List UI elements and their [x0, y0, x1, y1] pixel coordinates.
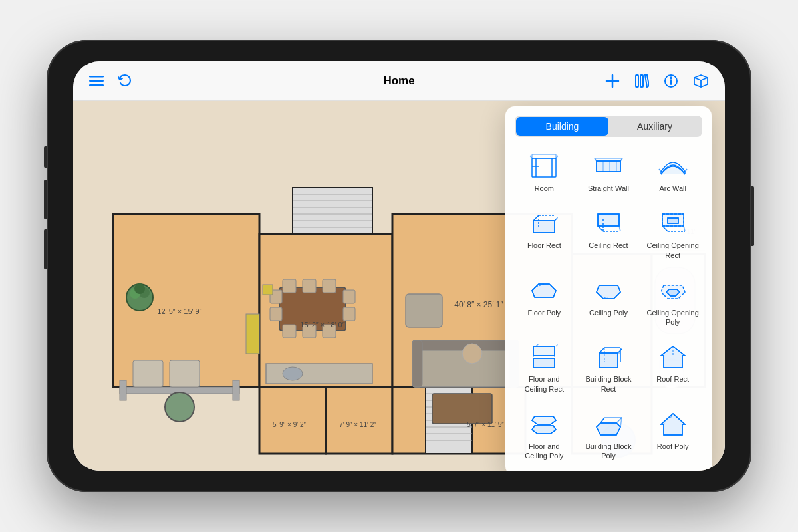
svg-rect-56	[343, 290, 355, 303]
floor-rect-label: Floor Rect	[527, 241, 561, 250]
svg-point-59	[283, 367, 303, 380]
svg-rect-137	[599, 353, 618, 368]
info-icon[interactable]	[664, 74, 678, 88]
grid-item-ceiling-opening-poly[interactable]: Ceiling Opening Poly	[643, 271, 702, 332]
svg-rect-58	[266, 364, 372, 384]
grid-item-floor-poly[interactable]: Floor Poly	[515, 271, 574, 332]
svg-line-97	[659, 169, 661, 172]
grid-item-floor-rect[interactable]: Floor Rect	[515, 203, 574, 265]
tab-building[interactable]: Building	[516, 117, 608, 136]
ceiling-opening-poly-label: Ceiling Opening Poly	[646, 308, 700, 327]
volume-down-button[interactable]	[44, 229, 47, 269]
svg-line-139	[599, 348, 604, 353]
roof-rect-icon	[658, 342, 688, 372]
room-icon	[529, 152, 559, 181]
floor-ceiling-poly-icon	[529, 410, 559, 439]
undo-icon[interactable]	[117, 74, 132, 88]
room-label: Room	[535, 184, 554, 193]
svg-text:5′ 7″ × 11′ 5″: 5′ 7″ × 11′ 5″	[467, 421, 504, 428]
ceiling-poly-label: Ceiling Poly	[589, 308, 628, 317]
svg-point-45	[134, 283, 145, 294]
svg-text:7′ 9″ × 11′ 2″: 7′ 9″ × 11′ 2″	[339, 421, 376, 428]
grid-item-ceiling-opening-rect[interactable]: Ceiling Opening Rect	[643, 203, 702, 265]
svg-rect-46	[246, 314, 259, 354]
svg-rect-38	[233, 380, 239, 400]
tab-auxiliary[interactable]: Auxiliary	[608, 117, 701, 136]
svg-point-66	[462, 344, 482, 364]
top-bar-right	[605, 74, 709, 88]
svg-rect-116	[668, 218, 678, 223]
building-block-poly-label: Building Block Poly	[582, 442, 636, 461]
grid-item-roof-poly[interactable]: Roof Poly	[643, 404, 702, 466]
power-button[interactable]	[751, 186, 754, 246]
ceiling-opening-rect-label: Ceiling Opening Rect	[646, 241, 700, 260]
volume-up-button[interactable]	[44, 180, 47, 219]
svg-line-154	[600, 418, 604, 423]
grid-item-ceiling-poly[interactable]: Ceiling Poly	[579, 271, 638, 332]
svg-text:40′ 8″ × 25′ 1″: 40′ 8″ × 25′ 1″	[454, 300, 503, 309]
svg-point-9	[670, 77, 672, 78]
ceiling-poly-icon	[594, 276, 623, 305]
svg-rect-129	[533, 346, 555, 356]
add-icon[interactable]	[605, 74, 620, 88]
top-bar-left	[89, 74, 132, 88]
grid-item-straight-wall[interactable]: Straight Wall	[579, 146, 638, 198]
arc-wall-icon	[658, 152, 688, 181]
svg-marker-122	[597, 285, 620, 299]
svg-rect-1	[89, 80, 104, 82]
svg-rect-50	[323, 279, 336, 293]
ceiling-rect-icon	[594, 209, 623, 238]
library-icon[interactable]	[634, 74, 649, 88]
ceiling-opening-poly-icon	[658, 276, 688, 305]
ceiling-opening-rect-icon	[658, 209, 688, 238]
grid-item-floor-ceiling-poly[interactable]: Floor and Ceiling Poly	[515, 404, 574, 466]
menu-icon[interactable]	[89, 76, 104, 86]
floor-rect-icon	[529, 209, 559, 238]
svg-rect-105	[598, 214, 619, 226]
arc-wall-label: Arc Wall	[659, 184, 686, 193]
view3d-icon[interactable]	[693, 74, 709, 88]
phone-frame: Home	[47, 40, 751, 492]
grid-item-room[interactable]: Room	[515, 146, 574, 198]
svg-line-136	[556, 344, 559, 346]
svg-rect-16	[259, 387, 326, 454]
grid-items: Room	[515, 146, 702, 466]
floor-ceiling-poly-label: Floor and Ceiling Poly	[517, 442, 571, 461]
svg-point-41	[165, 392, 194, 422]
floor-poly-icon	[529, 276, 559, 305]
svg-marker-118	[532, 284, 556, 297]
floor-plan[interactable]: 12′ 5″ × 15′ 9″ 15′ 2″ × 18′ 0″ 40′ 8″ ×…	[73, 101, 725, 471]
svg-rect-67	[406, 294, 442, 327]
grid-item-floor-ceiling-rect[interactable]: Floor and Ceiling Rect	[515, 337, 574, 399]
svg-line-113	[662, 226, 668, 231]
grid-item-ceiling-rect[interactable]: Ceiling Rect	[579, 203, 638, 265]
svg-line-108	[619, 226, 620, 231]
svg-marker-145	[661, 346, 685, 368]
svg-rect-51	[283, 325, 296, 338]
floor-ceiling-rect-icon	[529, 342, 559, 372]
silent-button[interactable]	[44, 146, 47, 168]
ceiling-rect-label: Ceiling Rect	[589, 241, 628, 250]
grid-item-arc-wall[interactable]: Arc Wall	[643, 146, 702, 198]
grid-item-building-block-rect[interactable]: Building Block Rect	[579, 337, 638, 399]
svg-rect-55	[270, 307, 282, 321]
dropdown-panel: Building Auxiliary	[505, 106, 712, 471]
grid-item-roof-rect[interactable]: Roof Rect	[643, 337, 702, 399]
building-block-rect-label: Building Block Rect	[582, 374, 636, 394]
grid-item-building-block-poly[interactable]: Building Block Poly	[579, 404, 638, 466]
svg-rect-99	[533, 221, 555, 233]
floor-poly-label: Floor Poly	[528, 308, 561, 317]
roof-rect-label: Roof Rect	[656, 374, 689, 384]
svg-rect-37	[120, 380, 126, 400]
building-block-poly-icon	[594, 410, 623, 439]
straight-wall-icon	[594, 152, 623, 181]
svg-rect-65	[432, 394, 492, 424]
svg-line-107	[598, 226, 603, 231]
svg-line-98	[685, 169, 687, 172]
svg-text:15′ 2″ × 18′ 0″: 15′ 2″ × 18′ 0″	[300, 321, 344, 329]
svg-rect-0	[89, 76, 104, 78]
svg-line-101	[533, 215, 539, 221]
svg-rect-63	[412, 340, 422, 387]
svg-rect-49	[303, 279, 316, 293]
svg-rect-40	[170, 360, 200, 387]
